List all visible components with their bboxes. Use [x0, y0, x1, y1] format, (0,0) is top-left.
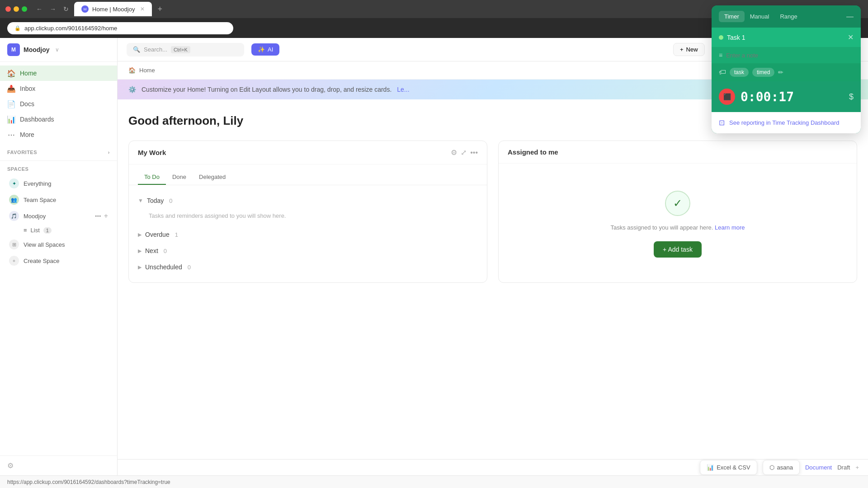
ai-icon: ✨: [258, 46, 265, 53]
banner-text: Customize your Home! Turning on Edit Lay…: [142, 86, 392, 93]
unscheduled-arrow-icon: ▶: [138, 264, 142, 270]
timer-note-input[interactable]: [726, 52, 854, 59]
favorites-label: Favorites: [7, 150, 37, 155]
team-space-label: Team Space: [24, 197, 56, 203]
add-bar-icon[interactable]: +: [855, 464, 859, 471]
sidebar-item-home[interactable]: 🏠 Home: [0, 66, 117, 81]
sidebar-item-dashboards[interactable]: 📊 Dashboards: [0, 112, 117, 127]
back-button[interactable]: ←: [34, 4, 44, 14]
ai-label: AI: [268, 46, 273, 53]
timer-stop-button[interactable]: ⬛: [719, 89, 735, 105]
add-to-moodjoy-icon[interactable]: +: [104, 212, 108, 220]
sidebar-item-create-space[interactable]: + Create Space: [4, 253, 113, 269]
timer-main-display: ⬛ 0:00:17 $: [712, 81, 861, 112]
home-icon: 🏠: [7, 69, 15, 77]
everything-label: Everything: [24, 180, 51, 187]
more-icon: ⋯: [7, 131, 15, 139]
add-task-button[interactable]: + Add task: [654, 241, 702, 258]
tab-done[interactable]: Done: [166, 170, 193, 185]
sidebar-item-moodjoy[interactable]: 🎵 Moodjoy ••• +: [4, 208, 113, 224]
assigned-empty-label: Tasks assigned to you will appear here.: [610, 224, 713, 231]
sidebar-item-everything[interactable]: ✦ Everything: [4, 175, 113, 192]
lock-icon: 🔒: [14, 25, 21, 31]
sidebar-item-inbox[interactable]: 📥 Inbox: [0, 81, 117, 96]
tag-task[interactable]: task: [730, 68, 749, 77]
browser-tab[interactable]: M Home | Moodjoy ✕: [74, 2, 152, 16]
search-placeholder: Search...: [144, 46, 167, 53]
today-section[interactable]: ▼ Today 0: [138, 192, 478, 209]
timer-task-close-button[interactable]: ✕: [848, 38, 854, 42]
close-button[interactable]: [5, 6, 11, 12]
draft-label[interactable]: Draft: [837, 464, 850, 471]
more-dots-icon[interactable]: •••: [470, 149, 478, 157]
list-label: List: [31, 227, 40, 234]
favorites-section-header: Favorites ›: [0, 146, 117, 159]
sidebar-item-team-space[interactable]: 👥 Team Space: [4, 192, 113, 208]
new-button[interactable]: + New: [673, 43, 705, 56]
unscheduled-section[interactable]: ▶ Unscheduled 0: [138, 259, 478, 275]
spaces-section-header: Spaces: [0, 163, 117, 175]
customize-icon: ⚙️: [128, 86, 136, 93]
work-grid: My Work ⚙ ⤢ ••• To Do: [128, 141, 857, 283]
sidebar-docs-label: Docs: [20, 100, 34, 108]
bottom-bar: 📊 Excel & CSV ⬡ asana Document Draft +: [118, 459, 868, 475]
tab-delegated-label: Delegated: [199, 174, 226, 180]
my-work-actions: ⚙ ⤢ •••: [451, 148, 478, 157]
tab-todo-label: To Do: [144, 174, 160, 180]
search-bar[interactable]: 🔍 Search... Ctrl+K: [127, 43, 244, 56]
workspace-header[interactable]: M Moodjoy ∨: [0, 38, 117, 62]
timer-reporting-row[interactable]: ⊡ See reporting in Time Tracking Dashboa…: [712, 112, 861, 133]
timer-reporting-label: See reporting in Time Tracking Dashboard: [729, 119, 840, 126]
sidebar-item-view-all-spaces[interactable]: ⊞ View all Spaces: [4, 236, 113, 253]
my-work-card: My Work ⚙ ⤢ ••• To Do: [128, 141, 487, 283]
tab-delegated[interactable]: Delegated: [193, 170, 232, 185]
sidebar-item-list[interactable]: ≡ List 1: [4, 224, 113, 236]
tab-todo[interactable]: To Do: [138, 170, 166, 185]
today-label: Today: [147, 197, 164, 204]
maximize-button[interactable]: [22, 6, 27, 12]
sidebar-more-label: More: [20, 131, 34, 138]
settings-gear-icon[interactable]: ⚙: [451, 148, 457, 157]
next-count: 0: [164, 248, 167, 254]
learn-more-link[interactable]: Learn more: [715, 224, 745, 231]
assigned-empty-state: ✓ Tasks assigned to you will appear here…: [499, 164, 857, 271]
address-bar[interactable]: 🔒 app.clickup.com/9016164592/home: [7, 22, 233, 34]
workspace-name: Moodjoy: [24, 46, 50, 53]
forward-button[interactable]: →: [48, 4, 58, 14]
new-tab-button[interactable]: +: [157, 5, 162, 14]
document-label[interactable]: Document: [805, 464, 832, 471]
sidebar-footer: ⚙: [0, 455, 117, 475]
view-all-spaces-label: View all Spaces: [24, 241, 65, 248]
overdue-section[interactable]: ▶ Overdue 1: [138, 226, 478, 243]
tag-edit-icon[interactable]: ✏: [778, 69, 783, 76]
sidebar: M Moodjoy ∨ 🏠 Home 📥 Inbox 📄 Docs 📊 Dash…: [0, 38, 118, 475]
spaces-label: Spaces: [7, 166, 28, 172]
reload-button[interactable]: ↻: [61, 4, 71, 14]
banner-link[interactable]: Le...: [397, 86, 409, 93]
minimize-button[interactable]: [14, 6, 19, 12]
workspace-icon: M: [7, 43, 20, 56]
sidebar-home-label: Home: [20, 70, 37, 77]
moodjoy-label: Moodjoy: [24, 213, 46, 220]
sidebar-item-more[interactable]: ⋯ More: [0, 127, 117, 142]
expand-icon[interactable]: ⤢: [461, 148, 467, 157]
ai-button[interactable]: ✨ AI: [251, 43, 279, 56]
tag-timed[interactable]: timed: [752, 68, 774, 77]
timer-task-row: Task 1 ✕: [712, 38, 861, 47]
asana-badge[interactable]: ⬡ asana: [763, 460, 800, 475]
assigned-empty-text: Tasks assigned to you will appear here. …: [610, 223, 745, 232]
tab-close-icon[interactable]: ✕: [140, 6, 145, 12]
view-all-spaces-icon: ⊞: [9, 239, 19, 249]
timer-time-display: 0:00:17: [741, 89, 844, 104]
team-space-icon: 👥: [9, 195, 19, 205]
timer-billable-icon[interactable]: $: [849, 92, 854, 102]
sidebar-dashboards-label: Dashboards: [20, 116, 54, 123]
app-layout: M Moodjoy ∨ 🏠 Home 📥 Inbox 📄 Docs 📊 Dash…: [0, 38, 868, 475]
settings-icon[interactable]: ⚙: [7, 461, 14, 470]
next-section[interactable]: ▶ Next 0: [138, 243, 478, 259]
excel-csv-badge[interactable]: 📊 Excel & CSV: [700, 460, 757, 475]
sidebar-item-docs[interactable]: 📄 Docs: [0, 96, 117, 112]
excel-icon: 📊: [707, 464, 714, 471]
search-shortcut: Ctrl+K: [171, 46, 190, 53]
more-options-icon[interactable]: •••: [95, 213, 101, 220]
